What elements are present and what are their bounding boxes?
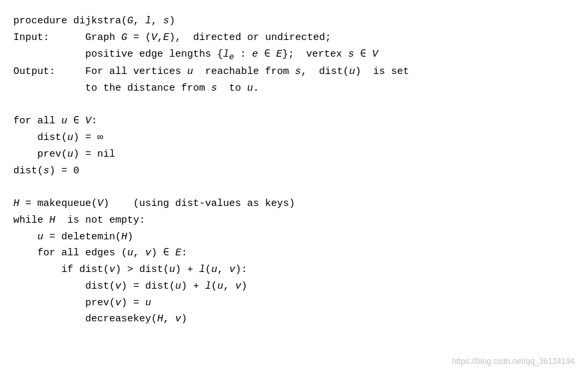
- line-blank-1: [13, 99, 19, 111]
- line-forall: for all u ∈ V:: [13, 115, 97, 127]
- line-output-label: Output: For all vertices u reachable fro…: [13, 66, 409, 77]
- line-if-dist: if dist(v) > dist(u) + l(u, v):: [13, 264, 247, 275]
- line-input-label: Input: Graph G = (V,E), directed or undi…: [13, 32, 331, 43]
- watermark: https://blog.csdn.net/qq_36124194: [452, 357, 575, 366]
- line-dist-inf: dist(u) = ∞: [13, 132, 103, 143]
- algorithm-code: procedure dijkstra(G, l, s) Input: Graph…: [13, 13, 568, 328]
- line-prev-nil: prev(u) = nil: [13, 149, 115, 160]
- line-for-edges: for all edges (u, v) ∈ E:: [13, 247, 187, 259]
- algorithm-container: procedure dijkstra(G, l, s) Input: Graph…: [0, 0, 588, 378]
- line-makequeue: H = makequeue(V) (using dist-values as k…: [13, 198, 295, 209]
- line-update-dist: dist(v) = dist(u) + l(u, v): [13, 281, 247, 292]
- line-output-cont: to the distance from s to u.: [13, 83, 259, 94]
- line-decreasekey: decreasekey(H, v): [13, 313, 187, 325]
- line-blank-2: [13, 181, 19, 193]
- line-update-prev: prev(v) = u: [13, 297, 151, 309]
- line-while: while H is not empty:: [13, 215, 145, 226]
- line-procedure: procedure dijkstra(G, l, s): [13, 15, 175, 27]
- line-dist-s: dist(s) = 0: [13, 165, 79, 177]
- line-input-edge: positive edge lengths {le : e ∈ E}; vert…: [13, 49, 378, 60]
- line-deletemin: u = deletemin(H): [13, 231, 133, 243]
